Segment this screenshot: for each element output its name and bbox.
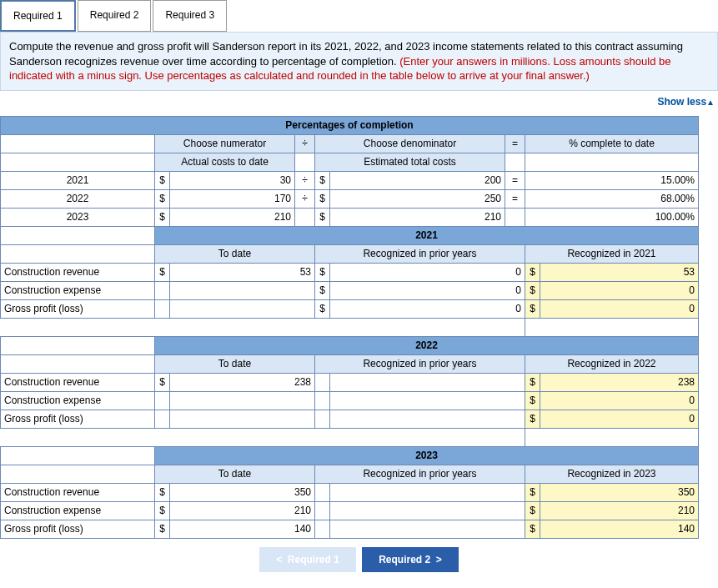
col-recog-2022: Recognized in 2022 (525, 354, 699, 373)
tab-required-2[interactable]: Required 2 (78, 0, 152, 32)
exp-todate-input[interactable] (170, 391, 315, 410)
chevron-left-icon: < (276, 554, 282, 565)
prev-label: Required 1 (288, 554, 339, 565)
rev-prior-input[interactable] (330, 483, 525, 501)
gp-prior-input[interactable]: 0 (330, 299, 525, 318)
next-button[interactable]: Required 2 > (362, 547, 459, 572)
currency-symbol (315, 391, 330, 410)
poc-pct: 15.00% (525, 171, 699, 189)
row-label-revenue: Construction revenue (1, 483, 155, 501)
currency-symbol: $ (155, 263, 170, 281)
poc-title: Percentages of completion (1, 116, 699, 134)
currency-symbol (155, 281, 170, 299)
poc-year: 2023 (1, 208, 155, 226)
currency-symbol: $ (315, 189, 330, 208)
instructions-panel: Compute the revenue and gross profit wil… (0, 32, 718, 91)
col-prior: Recognized in prior years (315, 244, 525, 263)
gp-todate-input[interactable] (170, 410, 315, 428)
poc-num-input[interactable]: 170 (170, 189, 295, 208)
currency-symbol (155, 299, 170, 318)
gp-todate-input[interactable]: 140 (170, 520, 315, 538)
gp-prior-input[interactable] (330, 410, 525, 428)
next-label: Required 2 (379, 554, 430, 565)
poc-op[interactable] (295, 208, 315, 226)
tabs-bar: Required 1 Required 2 Required 3 (0, 0, 718, 32)
year-header-2022: 2022 (155, 336, 699, 354)
currency-symbol: $ (525, 391, 540, 410)
poc-num-input[interactable]: 30 (170, 171, 295, 189)
currency-symbol: $ (525, 281, 540, 299)
rev-recog-2023: 350 (540, 483, 699, 501)
exp-todate-input[interactable]: 210 (170, 501, 315, 520)
poc-sub-numerator[interactable]: Actual costs to date (155, 153, 295, 171)
currency-symbol: $ (155, 208, 170, 226)
exp-recog-2023: 210 (540, 501, 699, 520)
poc-table: Percentages of completion Choose numerat… (0, 116, 699, 539)
poc-denom-input[interactable]: 210 (330, 208, 505, 226)
row-label-revenue: Construction revenue (1, 373, 155, 391)
row-label-gp: Gross profit (loss) (1, 520, 155, 538)
poc-sub-denominator[interactable]: Estimated total costs (315, 153, 505, 171)
currency-symbol (155, 391, 170, 410)
gp-prior-input[interactable] (330, 520, 525, 538)
show-less-toggle[interactable]: Show less▲ (0, 91, 718, 116)
tab-required-3[interactable]: Required 3 (153, 0, 227, 32)
gp-todate-input[interactable] (170, 299, 315, 318)
tab-required-1[interactable]: Required 1 (0, 0, 76, 32)
currency-symbol (315, 520, 330, 538)
currency-symbol: $ (155, 189, 170, 208)
poc-pct: 100.00% (525, 208, 699, 226)
col-prior: Recognized in prior years (315, 465, 525, 483)
poc-eq: = (505, 189, 525, 208)
currency-symbol: $ (155, 171, 170, 189)
nav-buttons: < Required 1 Required 2 > (0, 539, 718, 580)
poc-h-div: ÷ (295, 134, 315, 153)
currency-symbol: $ (155, 520, 170, 538)
col-recog-2023: Recognized in 2023 (525, 465, 699, 483)
poc-op[interactable]: ÷ (295, 171, 315, 189)
exp-prior-input[interactable] (330, 501, 525, 520)
chevron-right-icon: > (436, 554, 442, 565)
currency-symbol (315, 483, 330, 501)
currency-symbol: $ (525, 410, 540, 428)
poc-eq: = (505, 171, 525, 189)
rev-todate-input[interactable]: 53 (170, 263, 315, 281)
poc-h-numerator[interactable]: Choose numerator (155, 134, 295, 153)
currency-symbol: $ (315, 263, 330, 281)
currency-symbol: $ (525, 299, 540, 318)
currency-symbol (155, 410, 170, 428)
exp-todate-input[interactable] (170, 281, 315, 299)
row-label-expense: Construction expense (1, 501, 155, 520)
currency-symbol: $ (525, 483, 540, 501)
currency-symbol: $ (525, 263, 540, 281)
currency-symbol: $ (525, 501, 540, 520)
rev-prior-input[interactable]: 0 (330, 263, 525, 281)
poc-denom-input[interactable]: 200 (330, 171, 505, 189)
col-to-date: To date (155, 354, 315, 373)
poc-h-denominator[interactable]: Choose denominator (315, 134, 505, 153)
currency-symbol: $ (315, 171, 330, 189)
prev-button: < Required 1 (259, 547, 356, 572)
exp-recog-2022: 0 (540, 391, 699, 410)
exp-recog-2021: 0 (540, 281, 699, 299)
rev-recog-2021: 53 (540, 263, 699, 281)
row-label-gp: Gross profit (loss) (1, 299, 155, 318)
rev-todate-input[interactable]: 238 (170, 373, 315, 391)
currency-symbol: $ (315, 208, 330, 226)
gp-recog-2022: 0 (540, 410, 699, 428)
caret-up-icon: ▲ (706, 98, 715, 107)
rev-prior-input[interactable] (330, 373, 525, 391)
poc-num-input[interactable]: 210 (170, 208, 295, 226)
currency-symbol: $ (155, 373, 170, 391)
year-header-2023: 2023 (155, 446, 699, 465)
poc-op[interactable]: ÷ (295, 189, 315, 208)
col-to-date: To date (155, 465, 315, 483)
col-prior: Recognized in prior years (315, 354, 525, 373)
poc-year: 2021 (1, 171, 155, 189)
currency-symbol: $ (315, 299, 330, 318)
exp-prior-input[interactable] (330, 391, 525, 410)
poc-denom-input[interactable]: 250 (330, 189, 505, 208)
exp-prior-input[interactable]: 0 (330, 281, 525, 299)
rev-todate-input[interactable]: 350 (170, 483, 315, 501)
col-to-date: To date (155, 244, 315, 263)
